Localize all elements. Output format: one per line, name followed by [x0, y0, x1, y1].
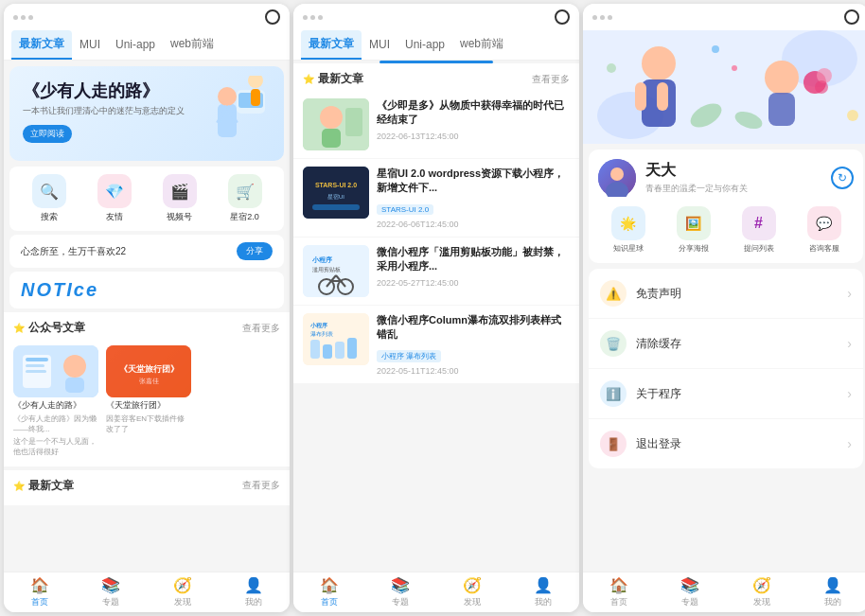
tab-latest[interactable]: 最新文章 [11, 30, 72, 60]
p2-discover-icon: 🧭 [463, 576, 482, 594]
article-item-2[interactable]: 小程序 滥用剪贴板 微信小程序「滥用剪贴板功能」被封禁，采用小程序... 202… [293, 238, 579, 306]
panel2-tabs: 最新文章 MUI Uni-app web前端 [293, 30, 579, 61]
p3-nav-discover[interactable]: 🧭 发现 [726, 576, 798, 608]
icon-video[interactable]: 🎬 视频号 [150, 174, 209, 223]
svg-point-6 [248, 76, 263, 88]
article-thumb-1: STARS-UI 2.0 星宿UI [303, 167, 369, 219]
article-tag-3: 小程序 瀑布列表 [377, 350, 441, 362]
p2-topics-icon: 📚 [391, 576, 410, 594]
svg-text:《天堂旅行团》: 《天堂旅行团》 [119, 364, 179, 374]
article-item-3[interactable]: 小程序 瀑布列表 微信小程序Column瀑布流双排列表样式错乱 小程序 瀑布列表… [293, 306, 579, 384]
nav-topics[interactable]: 📚 专题 [76, 576, 148, 608]
svg-rect-49 [768, 93, 795, 126]
latest-more[interactable]: 查看更多 [242, 479, 280, 492]
latest-section: 最新文章 查看更多 [4, 470, 290, 505]
p3-nav-me[interactable]: 👤 我的 [798, 576, 866, 608]
icon-shop[interactable]: 🛒 星宿2.0 [215, 174, 274, 223]
share-button[interactable]: 分享 [237, 242, 273, 260]
nav-discover[interactable]: 🧭 发现 [147, 576, 219, 608]
svg-text:滥用剪贴板: 滥用剪贴板 [312, 266, 341, 273]
p2-nav-home[interactable]: 🏠 首页 [293, 576, 365, 608]
topics-icon: 📚 [101, 576, 120, 594]
article-tag-1: STARS-UI 2.0 [377, 204, 433, 215]
p3-nav-topics[interactable]: 📚 专题 [655, 576, 727, 608]
gongzhong-title: 公众号文章 [13, 320, 85, 336]
gongzhong-more[interactable]: 查看更多 [242, 322, 280, 335]
p2-tab-web[interactable]: web前端 [452, 30, 511, 60]
notice-text: NOTIce [21, 279, 98, 301]
article-info-3: 微信小程序Column瀑布流双排列表样式错乱 小程序 瀑布列表 2022-05-… [377, 313, 570, 376]
menu-logout[interactable]: 🚪 退出登录 › [589, 419, 863, 468]
nav-home[interactable]: 🏠 首页 [4, 576, 76, 608]
p2-nav-me[interactable]: 👤 我的 [508, 576, 580, 608]
refresh-button[interactable]: ↻ [831, 167, 854, 189]
tab-web[interactable]: web前端 [163, 30, 221, 60]
svg-point-19 [320, 106, 343, 129]
article-item-0[interactable]: 《少即是多》从物质中获得幸福的时代已经结束了 2022-06-13T12:45:… [293, 91, 579, 159]
p2-tab-mui[interactable]: MUI [362, 32, 397, 59]
p2-tab-latest[interactable]: 最新文章 [301, 30, 362, 60]
p2-nav-discover[interactable]: 🧭 发现 [436, 576, 508, 608]
p2-nav-topics[interactable]: 📚 专题 [365, 576, 437, 608]
p2-dot-2 [310, 15, 315, 20]
questions-icon: # [742, 206, 776, 240]
article-card-0[interactable]: 《少有人走的路》 《少有人走的路》因为懒——终我... 这个是一个不与人见面，他… [13, 345, 98, 457]
icon-friend[interactable]: 💎 友情 [84, 174, 144, 223]
panel-2: 最新文章 MUI Uni-app web前端 最新文章 查看更多 《少即是 [293, 4, 579, 612]
svg-point-55 [607, 63, 616, 73]
p3-home-label: 首页 [610, 596, 627, 608]
article-item-1[interactable]: STARS-UI 2.0 星宿UI 星宿UI 2.0 wordpress资源下载… [293, 159, 579, 238]
profile-subtitle: 青春里的温柔一定与你有关 [645, 183, 748, 195]
gongzhong-header: 公众号文章 查看更多 [4, 312, 290, 340]
p2-latest-more[interactable]: 查看更多 [532, 73, 570, 86]
action-service[interactable]: 💬 咨询客服 [794, 206, 854, 254]
home-label: 首页 [31, 596, 48, 608]
panel2-dots [303, 15, 323, 20]
p2-topics-label: 专题 [392, 596, 409, 608]
logout-label: 退出登录 [636, 436, 847, 452]
menu-disclaimer[interactable]: ⚠️ 免责声明 › [589, 269, 863, 319]
svg-rect-7 [251, 89, 260, 106]
action-questions[interactable]: # 提问列表 [729, 206, 788, 254]
article-thumb-2: 小程序 滥用剪贴板 [303, 245, 369, 297]
p3-dot-3 [608, 15, 612, 20]
p3-nav-home[interactable]: 🏠 首页 [583, 576, 655, 608]
article-card-1[interactable]: 《天堂旅行团》 张嘉佳 《天堂旅行团》 因姜容客EN下载插件修改了了 [106, 345, 191, 457]
nav-me[interactable]: 👤 我的 [219, 576, 291, 608]
me-label: 我的 [245, 596, 262, 608]
svg-point-48 [765, 61, 799, 95]
action-share[interactable]: 🖼️ 分享海报 [663, 206, 723, 254]
hero-illustration [208, 76, 274, 142]
p2-latest-title: 最新文章 [303, 71, 363, 87]
p2-tab-uniapp[interactable]: Uni-app [397, 32, 452, 59]
me-icon: 👤 [244, 576, 263, 594]
p2-dot-1 [303, 15, 308, 20]
svg-point-13 [63, 355, 86, 378]
shop-label: 星宿2.0 [230, 211, 259, 223]
profile-actions: 🌟 知识星球 🖼️ 分享海报 # 提问列表 💬 咨询客服 [598, 206, 854, 254]
menu-about[interactable]: ℹ️ 关于程序 › [589, 369, 863, 419]
icon-search[interactable]: 🔍 搜索 [19, 174, 79, 223]
menu-cache[interactable]: 🗑️ 清除缓存 › [589, 319, 863, 369]
article-cards: 《少有人走的路》 《少有人走的路》因为懒——终我... 这个是一个不与人见面，他… [4, 340, 290, 466]
hero-btn[interactable]: 立即阅读 [23, 125, 72, 143]
p2-home-label: 首页 [321, 596, 338, 608]
p3-topics-label: 专题 [681, 596, 698, 608]
panel1-tabs: 最新文章 MUI Uni-app web前端 [4, 30, 290, 61]
card-img-0 [13, 345, 98, 397]
svg-point-56 [847, 110, 858, 121]
card-title-0: 《少有人走的路》 [13, 400, 98, 412]
tab-mui[interactable]: MUI [72, 32, 108, 59]
share-poster-label: 分享海报 [679, 243, 709, 254]
friend-icon: 💎 [97, 174, 132, 208]
p2-dot-3 [318, 15, 323, 20]
article-title-1: 星宿UI 2.0 wordpress资源下载小程序，新增文件下... [377, 167, 570, 196]
tab-uniapp[interactable]: Uni-app [108, 32, 163, 59]
panel3-nav: 🏠 首页 📚 专题 🧭 发现 👤 我的 [583, 572, 865, 612]
article-title-3: 微信小程序Column瀑布流双排列表样式错乱 [377, 313, 570, 343]
article-date-1: 2022-06-06T12:45:00 [377, 220, 570, 229]
action-knowledge[interactable]: 🌟 知识星球 [598, 206, 658, 254]
article-thumb-0 [303, 98, 369, 150]
svg-text:小程序: 小程序 [309, 322, 328, 328]
card-desc-0: 《少有人走的路》因为懒——终我... [13, 414, 98, 434]
